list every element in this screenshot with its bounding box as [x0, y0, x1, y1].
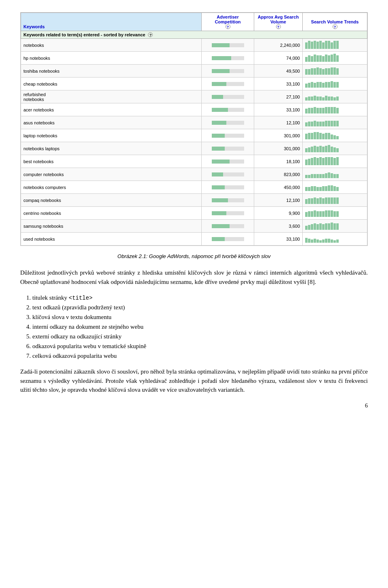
- list-item: odkazová popularita webu v tematické sku…: [32, 341, 368, 351]
- list-item: externí odkazy na odkazující stránky: [32, 332, 368, 341]
- trends-cell: [303, 207, 367, 220]
- competition-cell: [202, 52, 254, 65]
- competition-cell: [202, 194, 254, 207]
- trends-cell: [303, 116, 367, 129]
- trends-cell: [303, 65, 367, 78]
- col-header-trends: Search Volume Trends ?: [303, 13, 367, 31]
- trends-cell: [303, 90, 367, 103]
- competition-cell: [202, 181, 254, 194]
- competition-help-icon[interactable]: ?: [226, 24, 230, 29]
- keyword-cell: laptop notebooks: [21, 129, 202, 142]
- table-row: hp notebooks74,000: [21, 52, 367, 65]
- table-row: laptop notebooks301,000: [21, 129, 367, 142]
- table-row: notebooks2,240,000: [21, 39, 367, 52]
- keyword-cell: best notebooks: [21, 155, 202, 168]
- list-item: titulek stránky <title>: [32, 293, 368, 302]
- page-number: 6: [20, 403, 368, 409]
- trends-cell: [303, 220, 367, 233]
- trends-cell: [303, 168, 367, 181]
- competition-cell: [202, 90, 254, 103]
- table-row: asus notebooks12,100: [21, 116, 367, 129]
- volume-cell: 450,000: [254, 181, 303, 194]
- table-row: acer notebooks33,100: [21, 103, 367, 116]
- trends-cell: [303, 155, 367, 168]
- volume-cell: 301,000: [254, 129, 303, 142]
- list-item: text odkazů (zpravidla podtržený text): [32, 302, 368, 312]
- list-item: interní odkazy na dokument ze stejného w…: [32, 322, 368, 332]
- keyword-cell: cheap notebooks: [21, 78, 202, 90]
- competition-cell: [202, 207, 254, 220]
- volume-cell: 301,000: [254, 142, 303, 155]
- list-item: celková odkazová popularita webu: [32, 351, 368, 361]
- volume-cell: 33,100: [254, 78, 303, 90]
- importance-list: titulek stránky <title>text odkazů (zpra…: [32, 293, 368, 361]
- volume-cell: 33,100: [254, 103, 303, 116]
- competition-cell: [202, 168, 254, 181]
- list-item: klíčová slova v textu dokumentu: [32, 312, 368, 322]
- volume-cell: 74,000: [254, 52, 303, 65]
- competition-cell: [202, 39, 254, 52]
- volume-cell: 2,240,000: [254, 39, 303, 52]
- competition-cell: [202, 155, 254, 168]
- competition-cell: [202, 65, 254, 78]
- keyword-cell: toshiba notebooks: [21, 65, 202, 78]
- competition-cell: [202, 220, 254, 233]
- figure-caption: Obrázek 2.1: Google AdWords, nápomoc při…: [20, 253, 368, 259]
- trends-cell: [303, 142, 367, 155]
- keyword-cell: notebooks laptops: [21, 142, 202, 155]
- table-row: toshiba notebooks49,500: [21, 65, 367, 78]
- keyword-cell: notebooks: [21, 39, 202, 52]
- trends-cell: [303, 194, 367, 207]
- volume-cell: 3,600: [254, 220, 303, 233]
- paragraph-1: Důležitost jednotlivých prvků webové str…: [20, 268, 368, 286]
- volume-cell: 9,900: [254, 207, 303, 220]
- keyword-cell: refurbishednotebooks: [21, 90, 202, 103]
- trends-cell: [303, 39, 367, 52]
- volume-cell: 823,000: [254, 168, 303, 181]
- table-subheader: Keywords related to term(s) entered - so…: [21, 31, 367, 39]
- volume-cell: 12,100: [254, 116, 303, 129]
- volume-cell: 33,100: [254, 233, 303, 246]
- table-row: compaq notebooks12,100: [21, 194, 367, 207]
- keyword-cell: acer notebooks: [21, 103, 202, 116]
- competition-cell: [202, 129, 254, 142]
- trends-cell: [303, 129, 367, 142]
- volume-cell: 49,500: [254, 65, 303, 78]
- relevance-help-icon[interactable]: ?: [148, 32, 153, 37]
- trends-cell: [303, 52, 367, 65]
- paragraph-2: Zadá-li potencionální zákazník slovo či …: [20, 367, 368, 395]
- keyword-cell: asus notebooks: [21, 116, 202, 129]
- keyword-cell: samsung notebooks: [21, 220, 202, 233]
- competition-cell: [202, 116, 254, 129]
- competition-cell: [202, 78, 254, 90]
- search-volume-help-icon[interactable]: ?: [276, 24, 281, 29]
- table-row: samsung notebooks3,600: [21, 220, 367, 233]
- volume-cell: 27,100: [254, 90, 303, 103]
- keyword-cell: centrino notebooks: [21, 207, 202, 220]
- trends-cell: [303, 233, 367, 246]
- keyword-cell: hp notebooks: [21, 52, 202, 65]
- volume-cell: 18,100: [254, 155, 303, 168]
- col-header-competition: Advertiser Competition ?: [202, 13, 254, 31]
- trends-help-icon[interactable]: ?: [333, 24, 337, 29]
- table-row: notebooks computers450,000: [21, 181, 367, 194]
- keyword-cell: computer notebooks: [21, 168, 202, 181]
- keyword-cell: compaq notebooks: [21, 194, 202, 207]
- table-row: computer notebooks823,000: [21, 168, 367, 181]
- keyword-cell: notebooks computers: [21, 181, 202, 194]
- table-row: refurbishednotebooks27,100: [21, 90, 367, 103]
- volume-cell: 12,100: [254, 194, 303, 207]
- table-row: cheap notebooks33,100: [21, 78, 367, 90]
- trends-cell: [303, 78, 367, 90]
- table-row: used notebooks33,100: [21, 233, 367, 246]
- competition-cell: [202, 103, 254, 116]
- col-header-keywords: Keywords: [21, 13, 202, 31]
- table-row: notebooks laptops301,000: [21, 142, 367, 155]
- col-header-search-volume: Approx Avg Search Volume ?: [254, 13, 303, 31]
- trends-cell: [303, 181, 367, 194]
- keyword-cell: used notebooks: [21, 233, 202, 246]
- competition-cell: [202, 142, 254, 155]
- table-row: centrino notebooks9,900: [21, 207, 367, 220]
- trends-cell: [303, 103, 367, 116]
- competition-cell: [202, 233, 254, 246]
